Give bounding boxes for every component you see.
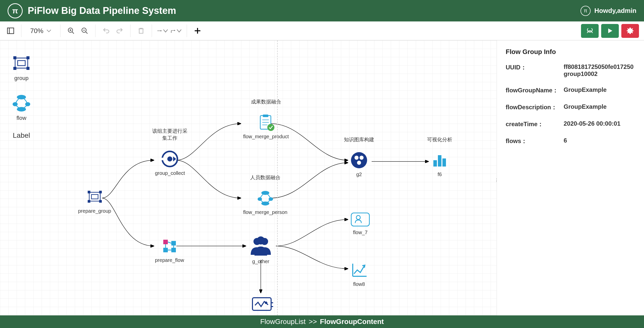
breadcrumb: FlowGroupList >> FlowGroupContent — [0, 315, 644, 328]
svg-rect-24 — [91, 195, 98, 199]
palette-flow[interactable]: flow — [11, 94, 31, 121]
svg-rect-28 — [99, 200, 102, 203]
node-group-show[interactable]: group_show — [248, 295, 276, 315]
svg-rect-59 — [442, 158, 446, 167]
svg-rect-25 — [88, 191, 90, 194]
svg-rect-34 — [163, 248, 168, 252]
svg-rect-17 — [13, 67, 16, 70]
node-f6[interactable]: 可视化分析 f6 — [431, 151, 448, 177]
svg-point-10 — [171, 32, 172, 33]
svg-point-43 — [257, 197, 262, 201]
svg-rect-32 — [163, 240, 168, 244]
canvas[interactable]: group flow Label — [0, 40, 497, 315]
svg-point-30 — [167, 156, 172, 161]
zoom-out-button[interactable] — [79, 25, 90, 36]
breadcrumb-link[interactable]: FlowGroupList — [260, 318, 306, 326]
app-title: PiFlow Big Data Pipeline System — [28, 5, 176, 16]
chevron-down-icon[interactable] — [46, 29, 51, 33]
breadcrumb-current: FlowGroupContent — [320, 318, 384, 326]
zoom-level[interactable]: 70% — [30, 27, 43, 35]
svg-point-44 — [269, 197, 273, 201]
info-row-uuid: UUID： ff808181725050fe017250group10002 — [506, 63, 635, 77]
app-header: π PiFlow Big Data Pipeline System π Howd… — [0, 0, 644, 21]
node-flow8[interactable]: flow8 — [350, 261, 368, 287]
svg-point-41 — [267, 124, 274, 131]
svg-rect-16 — [26, 56, 29, 59]
user-logo-icon[interactable]: π — [581, 6, 591, 16]
svg-point-54 — [355, 156, 359, 160]
svg-rect-18 — [26, 67, 29, 70]
info-row-name: flowGroupName： GroupExample — [506, 86, 635, 94]
redo-button[interactable] — [114, 25, 125, 36]
toolbar: 70% — [0, 21, 644, 40]
svg-point-50 — [265, 302, 267, 304]
panel-resize-handle[interactable]: ⋮ — [495, 178, 497, 188]
node-group-collect[interactable]: 该组主要进行采集工作 group_collect — [155, 150, 185, 176]
search-button[interactable] — [581, 24, 599, 38]
svg-rect-60 — [351, 213, 369, 226]
node-g-other[interactable]: g_other — [248, 236, 273, 264]
svg-rect-15 — [13, 56, 16, 59]
node-flow-merge-product[interactable]: 成果数据融合 flow_merge_product — [243, 114, 289, 140]
svg-rect-49 — [252, 298, 271, 310]
layout-toggle-button[interactable] — [5, 25, 16, 36]
node-prepare-flow[interactable]: prepare_flow — [155, 237, 184, 263]
svg-point-21 — [25, 102, 30, 106]
palette-group[interactable]: group — [11, 54, 31, 81]
arrow-style-button[interactable] — [157, 25, 168, 36]
svg-rect-35 — [171, 248, 176, 252]
node-prepare-group[interactable]: prepare_group — [78, 188, 111, 214]
svg-rect-13 — [15, 58, 28, 68]
svg-line-7 — [86, 32, 88, 34]
svg-rect-26 — [99, 191, 102, 194]
user-greeting[interactable]: Howdy,admin — [594, 7, 636, 15]
svg-rect-23 — [89, 193, 100, 201]
node-flow7[interactable]: flow_7 — [350, 212, 370, 235]
svg-point-53 — [351, 152, 367, 168]
settings-button[interactable] — [621, 24, 639, 38]
svg-rect-31 — [161, 158, 165, 160]
svg-point-42 — [261, 191, 269, 195]
svg-point-61 — [356, 215, 360, 220]
svg-point-19 — [17, 95, 26, 99]
svg-point-20 — [13, 102, 18, 106]
logo-icon: π — [8, 3, 23, 18]
delete-button[interactable] — [136, 25, 147, 36]
svg-rect-27 — [88, 200, 90, 203]
zoom-in-button[interactable] — [66, 25, 77, 36]
info-row-flows: flows： 6 — [506, 137, 635, 145]
svg-rect-0 — [8, 28, 14, 34]
info-row-desc: flowDescription： GroupExample — [506, 103, 635, 111]
svg-point-56 — [357, 161, 361, 165]
svg-rect-57 — [433, 160, 437, 167]
connector-style-button[interactable] — [171, 25, 182, 36]
info-panel: Flow Group Info UUID： ff808181725050fe01… — [497, 40, 644, 315]
run-button[interactable] — [601, 24, 619, 38]
svg-line-3 — [72, 32, 74, 34]
node-flow-merge-person[interactable]: 人员数据融合 flow_merge_person — [243, 189, 287, 215]
info-panel-title: Flow Group Info — [506, 48, 635, 56]
svg-rect-37 — [263, 115, 268, 117]
svg-rect-33 — [171, 241, 176, 245]
add-button[interactable] — [192, 25, 203, 36]
undo-button[interactable] — [101, 25, 112, 36]
svg-rect-58 — [438, 155, 441, 167]
svg-point-55 — [360, 156, 364, 160]
svg-rect-14 — [18, 61, 25, 66]
palette-label[interactable]: Label — [11, 131, 31, 140]
svg-point-48 — [257, 236, 265, 244]
node-g2[interactable]: 知识图库构建 g2 — [350, 151, 368, 177]
palette: group flow Label — [11, 54, 31, 140]
info-row-create-time: createTime： 2020-05-26 00:00:01 — [506, 120, 635, 128]
